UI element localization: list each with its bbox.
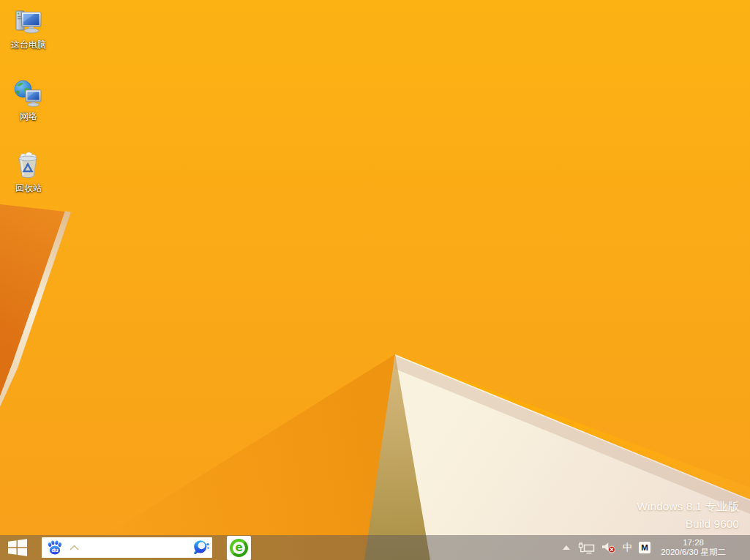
recycle-bin-icon (13, 151, 44, 180)
desktop-icon-network[interactable]: 网络 (4, 79, 53, 122)
start-button[interactable] (0, 535, 35, 560)
tray-clock[interactable]: 17:28 2020/6/30 星期二 (661, 538, 726, 558)
volume-muted-icon[interactable] (601, 542, 616, 553)
taskbar-search-box[interactable]: du (42, 537, 212, 558)
clock-date: 2020/6/30 星期二 (661, 548, 726, 558)
taskbar: du e (0, 535, 750, 560)
desktop-icon-column: 这台电脑 网络 (4, 7, 53, 223)
clock-time: 17:28 (661, 538, 726, 548)
watermark-edition: Windows 8.1 专业版 (637, 498, 739, 515)
wallpaper-windows81-orange (0, 0, 750, 560)
this-pc-label: 这台电脑 (11, 40, 46, 50)
watermark-build: Build 9600 (637, 515, 739, 533)
baidu-search-icon[interactable] (192, 539, 210, 556)
browser-360-icon: e (230, 539, 248, 557)
this-pc-icon (13, 7, 44, 37)
system-tray: 中 M 17:28 2020/6/30 星期二 (563, 535, 726, 560)
svg-text:du: du (51, 547, 59, 553)
network-label: 网络 (20, 111, 37, 122)
network-tray-icon[interactable] (578, 542, 595, 554)
desktop-screen: 这台电脑 网络 (0, 0, 750, 560)
browser-360-taskbar-button[interactable]: e (227, 536, 251, 560)
desktop-icon-recycle-bin[interactable]: 回收站 (4, 151, 53, 193)
ime-language-indicator[interactable]: 中 (623, 541, 633, 554)
show-hidden-icons-arrow[interactable] (563, 545, 570, 550)
windows-build-watermark: Windows 8.1 专业版 Build 9600 (637, 498, 739, 533)
desktop-icon-this-pc[interactable]: 这台电脑 (4, 7, 53, 50)
chevron-up-icon[interactable] (70, 545, 79, 550)
baidu-paw-icon[interactable]: du (47, 540, 63, 556)
network-icon (13, 79, 44, 108)
taskbar-search-input[interactable] (79, 539, 192, 556)
ime-mode-indicator[interactable]: M (639, 542, 650, 553)
recycle-bin-label: 回收站 (15, 183, 42, 193)
windows-logo-icon (8, 539, 27, 556)
